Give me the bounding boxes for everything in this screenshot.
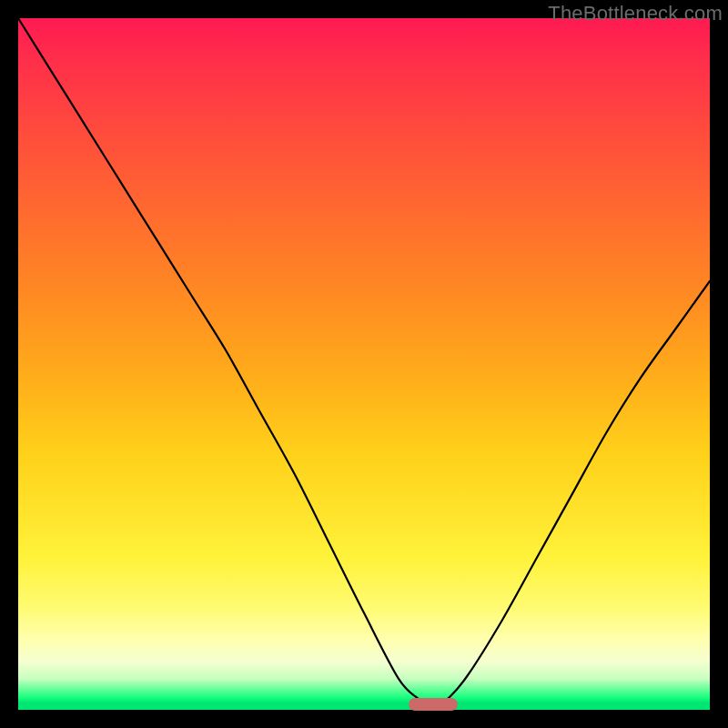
optimal-range-marker: [409, 698, 457, 711]
bottleneck-curve: [18, 18, 710, 710]
watermark-text: TheBottleneck.com: [548, 2, 723, 25]
chart-frame: [18, 18, 710, 710]
